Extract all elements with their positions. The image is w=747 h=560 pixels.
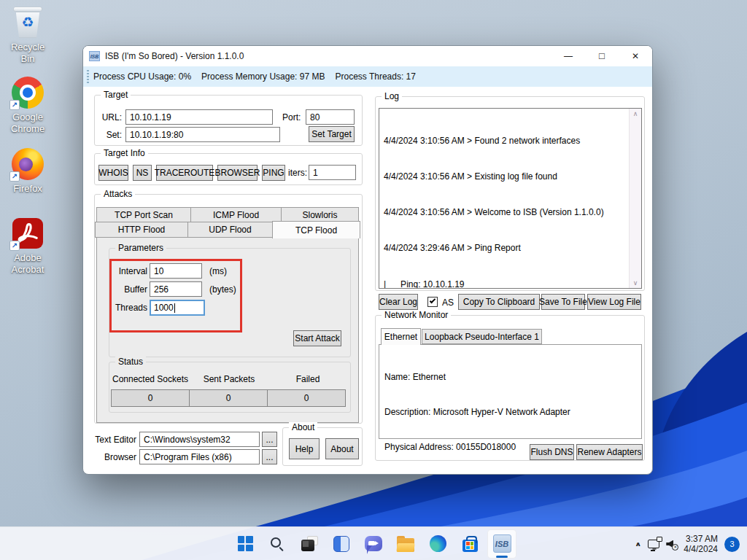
microsoft-store-icon bbox=[462, 540, 478, 552]
chat-icon bbox=[365, 536, 382, 551]
tab-ethernet-selected[interactable]: Ethernet bbox=[381, 328, 421, 345]
connected-sockets-header: Connected Sockets bbox=[111, 374, 190, 384]
set-target-button[interactable]: Set Target bbox=[309, 126, 355, 142]
toolstrip-grip-icon bbox=[87, 70, 89, 83]
desktop-icon-adobe-acrobat[interactable]: ↗ Adobe Acrobat bbox=[3, 217, 53, 276]
isb-taskbar-button[interactable]: ISB bbox=[487, 529, 516, 559]
log-entry: 4/4/2024 3:10:56 AM > Welcome to ISB (Ve… bbox=[384, 206, 624, 218]
about-groupbox: About Help About bbox=[282, 427, 363, 466]
buffer-input[interactable]: 256 bbox=[150, 281, 202, 297]
maximize-button[interactable]: □ bbox=[585, 46, 619, 66]
threads-input[interactable]: 1000 bbox=[150, 300, 205, 316]
traceroute-button[interactable]: TRACEROUTE bbox=[156, 165, 213, 181]
threads-input-value: 1000 bbox=[154, 303, 174, 313]
search-button[interactable] bbox=[263, 529, 292, 559]
tab-tcp-port-scan[interactable]: TCP Port Scan bbox=[96, 207, 191, 222]
widgets-button[interactable] bbox=[327, 529, 356, 559]
network-monitor-group-label: Network Monitor bbox=[382, 310, 451, 321]
text-editor-input[interactable]: C:\Windows\system32 bbox=[139, 432, 260, 447]
console-app-button[interactable] bbox=[295, 529, 324, 559]
desktop-icon-firefox[interactable]: ↗ Firefox bbox=[3, 147, 53, 195]
interval-input[interactable]: 10 bbox=[150, 263, 202, 279]
threads-label: Process Threads: 17 bbox=[335, 71, 416, 82]
file-explorer-icon bbox=[397, 538, 414, 552]
clear-log-button[interactable]: Clear Log bbox=[379, 294, 418, 310]
log-textbox[interactable]: 4/4/2024 3:10:56 AM > Found 2 network in… bbox=[379, 108, 642, 289]
file-explorer-button[interactable] bbox=[391, 529, 420, 559]
recycle-symbol-icon: ♻ bbox=[11, 15, 44, 30]
log-entry: 4/4/2024 3:29:46 AM > Ping Report bbox=[384, 242, 624, 254]
scroll-down-icon[interactable]: ∨ bbox=[633, 278, 638, 288]
help-button[interactable]: Help bbox=[289, 438, 320, 459]
chrome-hub bbox=[20, 85, 36, 101]
renew-adapters-button[interactable]: Renew Adapters bbox=[576, 444, 643, 460]
port-label: Port: bbox=[282, 112, 301, 122]
adapter-detail-line: Name: Ethernet bbox=[384, 371, 636, 383]
titlebar[interactable]: ISB ISB (I'm So Bored) - Version 1.1.0.0… bbox=[83, 46, 652, 66]
tab-http-flood[interactable]: HTTP Flood bbox=[95, 222, 188, 238]
failed-header: Failed bbox=[268, 374, 347, 384]
browser-browse-button[interactable]: ... bbox=[262, 449, 277, 464]
scroll-up-icon[interactable]: ∧ bbox=[633, 109, 638, 119]
process-toolstrip: Process CPU Usage: 0% Process Memory Usa… bbox=[83, 66, 652, 87]
desktop-icon-google-chrome[interactable]: ↗ Google Chrome bbox=[3, 76, 53, 135]
minimize-button[interactable]: — bbox=[551, 46, 585, 66]
close-icon: ✕ bbox=[632, 51, 639, 61]
window-title: ISB (I'm So Bored) - Version 1.1.0.0 bbox=[105, 51, 244, 61]
whois-button[interactable]: WHOIS bbox=[98, 165, 128, 181]
edge-button[interactable] bbox=[423, 529, 452, 559]
clock-time: 3:37 AM bbox=[684, 534, 718, 544]
tab-slowloris[interactable]: Slowloris bbox=[281, 207, 359, 222]
network-ethernet-icon[interactable] bbox=[648, 540, 659, 548]
browser-input[interactable]: C:\Program Files (x86) bbox=[139, 449, 260, 464]
ns-button[interactable]: NS bbox=[133, 165, 152, 181]
port-input[interactable]: 80 bbox=[306, 109, 355, 125]
network-monitor-groupbox: Network Monitor Ethernet Loopback Pseudo… bbox=[375, 315, 645, 461]
chat-button[interactable] bbox=[359, 529, 388, 559]
isb-app-window: ISB ISB (I'm So Bored) - Version 1.1.0.0… bbox=[82, 45, 653, 475]
text-editor-browse-button[interactable]: ... bbox=[262, 432, 277, 447]
system-tray: ∧ ✕ 3:37 AM 4/4/2024 3 bbox=[635, 527, 740, 560]
as-checkbox[interactable] bbox=[427, 297, 438, 307]
desktop-icon-recycle-bin[interactable]: ♻ Recycle Bin bbox=[3, 6, 53, 65]
cpu-usage-label: Process CPU Usage: 0% bbox=[93, 71, 191, 82]
taskbar-clock[interactable]: 3:37 AM 4/4/2024 bbox=[684, 534, 718, 554]
volume-muted-icon[interactable]: ✕ bbox=[666, 540, 677, 549]
threads-param-label: Threads bbox=[111, 303, 147, 313]
parameters-group-label: Parameters bbox=[115, 243, 166, 254]
isb-taskbar-icon: ISB bbox=[493, 534, 511, 553]
target-groupbox: Target URL: 10.10.1.19 Port: 80 Set: 10.… bbox=[94, 95, 363, 146]
desktop-icon-label: Adobe Acrobat bbox=[3, 252, 53, 276]
close-button[interactable]: ✕ bbox=[619, 46, 652, 66]
start-button[interactable] bbox=[231, 529, 260, 559]
log-scrollbar[interactable]: ∧ ∨ bbox=[629, 109, 641, 288]
text-editor-label: Text Editor bbox=[90, 435, 136, 445]
tab-icmp-flood[interactable]: ICMP Flood bbox=[190, 207, 282, 222]
copy-to-clipboard-button[interactable]: Copy To Clipboard bbox=[458, 294, 540, 310]
browser-button[interactable]: BROWSER bbox=[217, 165, 258, 181]
tab-udp-flood[interactable]: UDP Flood bbox=[187, 222, 273, 238]
attacks-group-label: Attacks bbox=[101, 189, 135, 200]
ping-button[interactable]: PING bbox=[262, 165, 285, 181]
desktop-icon-label: Firefox bbox=[3, 183, 53, 195]
shortcut-arrow-icon: ↗ bbox=[9, 241, 20, 251]
save-to-file-button[interactable]: Save To File bbox=[541, 294, 585, 310]
browser-label: Browser bbox=[90, 452, 136, 462]
iters-input[interactable]: 1 bbox=[309, 165, 356, 180]
notification-badge[interactable]: 3 bbox=[724, 537, 740, 552]
tray-chevron-up-icon[interactable]: ∧ bbox=[635, 540, 641, 548]
window-controls: — □ ✕ bbox=[551, 46, 652, 66]
view-log-file-button[interactable]: View Log File bbox=[587, 294, 641, 310]
about-button[interactable]: About bbox=[325, 438, 359, 459]
desktop-icon-label: Recycle Bin bbox=[3, 42, 53, 65]
set-input[interactable]: 10.10.1.19:80 bbox=[125, 127, 280, 142]
failed-value: 0 bbox=[267, 389, 346, 407]
microsoft-store-button[interactable] bbox=[455, 529, 484, 559]
widgets-icon bbox=[333, 536, 349, 552]
flush-dns-button[interactable]: Flush DNS bbox=[530, 444, 574, 460]
url-input[interactable]: 10.10.1.19 bbox=[125, 109, 273, 125]
tab-tcp-flood-selected[interactable]: TCP Flood bbox=[272, 221, 360, 238]
maximize-icon: □ bbox=[599, 50, 605, 61]
start-attack-button[interactable]: Start Attack bbox=[293, 330, 341, 346]
tab-loopback[interactable]: Loopback Pseudo-Interface 1 bbox=[422, 329, 542, 344]
